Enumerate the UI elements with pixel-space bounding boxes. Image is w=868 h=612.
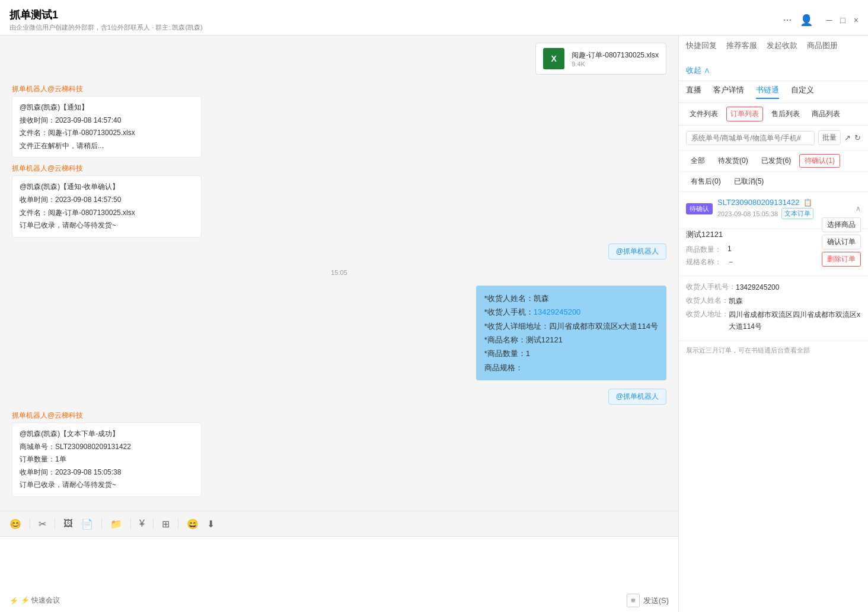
file-bubble[interactable]: X 阅趣-订单-0807130025.xlsx 9.4K: [535, 43, 666, 75]
send-button[interactable]: 发送(S): [643, 595, 669, 606]
bot-message-1: 抓单机器人@云梯科技 @凯森(凯森)【通知】 接收时间：2023-09-08 1…: [12, 84, 666, 158]
bot-sender-2: 抓单机器人@云梯科技: [12, 164, 666, 174]
tab-shu-lian-tong[interactable]: 书链通: [756, 85, 779, 99]
bot-bubble-2: @凯森(凯森)【通知-收单确认】 收单时间：2023-09-08 14:57:5…: [12, 175, 202, 237]
lightning-icon: ⚡: [9, 597, 18, 605]
image-icon[interactable]: 🖼: [63, 518, 73, 529]
phone-link[interactable]: 13429245200: [534, 307, 581, 316]
group-title: 抓单测试1: [9, 8, 203, 22]
tab-file-list[interactable]: 文件列表: [686, 107, 722, 121]
chat-area: X 阅趣-订单-0807130025.xlsx 9.4K 抓单机器人@云梯科技 …: [0, 36, 678, 612]
bot-sender-1: 抓单机器人@云梯科技: [12, 84, 666, 94]
right-panel-inner: 文件列表 订单列表 售后列表 商品列表 批量 ↗ ↻ 全部 待发货(0) 已发货…: [679, 103, 868, 612]
tab-recommend-service[interactable]: 推荐客服: [726, 40, 757, 56]
status-filter-tabs-1: 全部 待发货(0) 已发货(6) 待确认(1): [679, 150, 868, 172]
filter-cancelled[interactable]: 已取消(5): [729, 175, 769, 188]
filter-shipped[interactable]: 已发货(6): [757, 155, 796, 167]
folder-icon[interactable]: 📁: [110, 518, 122, 530]
quick-meeting-btn[interactable]: ⚡ ⚡ 快速会议: [9, 595, 60, 605]
order-status-badge: 待确认: [686, 203, 713, 214]
bot-sender-3: 抓单机器人@云梯科技: [12, 411, 666, 421]
bot-message-3: 抓单机器人@云梯科技 @凯森(凯森)【文本下单-成功】 商城单号：SLT2309…: [12, 411, 666, 497]
close-btn[interactable]: ×: [854, 15, 859, 25]
at-robot-button-2[interactable]: @抓单机器人: [608, 389, 666, 405]
order-tag[interactable]: 文本订单: [781, 208, 813, 219]
order-id-row: SLT2309080209131422 📋: [717, 198, 813, 207]
filter-pending-ship[interactable]: 待发货(0): [713, 155, 753, 167]
order-actions: 选择商品 确认订单 删除订单: [822, 217, 861, 267]
export-icon[interactable]: ↗: [844, 133, 851, 142]
toolbar-sep-6: [178, 518, 178, 529]
app-header: 抓单测试1 由企业微信用户创建的外部群，含1位外部联系人 · 群主: 凯森(凯森…: [0, 0, 868, 36]
minimize-btn[interactable]: ─: [826, 15, 832, 25]
user-bubble: *收货人姓名：凯森 *收货人手机：13429245200 *收货人详细地址：四川…: [476, 286, 666, 380]
file-icon[interactable]: 📄: [81, 518, 93, 530]
delete-order-btn[interactable]: 删除订单: [822, 252, 861, 267]
emoji-icon[interactable]: 😊: [9, 518, 21, 530]
toolbar-sep-5: [153, 518, 154, 529]
order-id[interactable]: SLT2309080209131422: [717, 198, 800, 207]
search-input[interactable]: [686, 131, 815, 145]
copy-icon[interactable]: 📋: [803, 198, 812, 207]
face2-icon[interactable]: 😄: [187, 518, 199, 530]
filter-pending-confirm[interactable]: 待确认(1): [799, 154, 840, 168]
tab-after-sale-list[interactable]: 售后列表: [768, 107, 803, 121]
tab-custom[interactable]: 自定义: [791, 85, 814, 99]
order-detail: 选择商品 确认订单 删除订单 测试12121 商品数量： 1 规格名称： －: [679, 229, 868, 275]
file-message-container: X 阅趣-订单-0807130025.xlsx 9.4K: [12, 43, 666, 75]
money-icon[interactable]: ¥: [139, 518, 145, 529]
filter-all[interactable]: 全部: [686, 155, 710, 167]
confirm-order-btn[interactable]: 确认订单: [822, 235, 861, 249]
address-detail-row: 收货人地址： 四川省成都市双流区四川省成都市双流区x大道114号: [686, 309, 861, 332]
order-date: 2023-09-08 15:05:38: [717, 210, 778, 217]
status-filter-tabs-2: 有售后(0) 已取消(5): [679, 172, 868, 192]
order-collapse-btn[interactable]: ∧: [856, 204, 861, 213]
at-robot-row-2: @抓单机器人: [12, 389, 666, 405]
grid-icon[interactable]: ⊞: [162, 518, 170, 530]
address-section: 收货人手机号： 13429245200 收货人姓名： 凯森 收货人地址： 四川省…: [679, 275, 868, 341]
tab-live[interactable]: 直播: [686, 85, 701, 99]
user-message-container: *收货人姓名：凯森 *收货人手机：13429245200 *收货人详细地址：四川…: [12, 286, 666, 380]
tab-collapse[interactable]: 收起 ∧: [686, 65, 710, 81]
select-product-btn[interactable]: 选择商品: [822, 217, 861, 232]
order-quantity-row: 商品数量： 1: [686, 245, 822, 255]
address-name-row: 收货人姓名： 凯森: [686, 296, 861, 307]
address-phone-row: 收货人手机号： 13429245200: [686, 282, 861, 293]
bot-message-2: 抓单机器人@云梯科技 @凯森(凯森)【通知-收单确认】 收单时间：2023-09…: [12, 164, 666, 237]
file-info: 阅趣-订单-0807130025.xlsx 9.4K: [572, 50, 659, 68]
at-robot-row: @抓单机器人: [12, 243, 666, 259]
maximize-btn[interactable]: □: [840, 15, 845, 25]
note-icon[interactable]: ≡: [627, 594, 640, 607]
filter-after-sale[interactable]: 有售后(0): [686, 175, 726, 188]
download-icon[interactable]: ⬇: [207, 518, 215, 530]
time-separator: 15:05: [12, 269, 666, 276]
toolbar-sep-3: [101, 518, 102, 529]
chat-toolbar: 😊 ✂ 🖼 📄 📁 ¥ ⊞ 😄 ⬇: [0, 511, 678, 537]
scissors-icon[interactable]: ✂: [39, 518, 46, 530]
group-subtitle: 由企业微信用户创建的外部群，含1位外部联系人 · 群主: 凯森(凯森): [9, 23, 203, 32]
tab-product-list[interactable]: 商品列表: [808, 107, 844, 121]
tab-product-catalog[interactable]: 商品图册: [807, 40, 838, 56]
order-list-tabs: 文件列表 订单列表 售后列表 商品列表: [679, 103, 868, 126]
chat-input-area: ⚡ ⚡ 快速会议 ≡ 发送(S): [0, 537, 678, 612]
tab-customer-detail[interactable]: 客户详情: [713, 85, 744, 99]
tab-order-list[interactable]: 订单列表: [726, 107, 763, 121]
bot-success-bubble: @凯森(凯森)【文本下单-成功】 商城单号：SLT230908020913142…: [12, 422, 202, 497]
file-name: 阅趣-订单-0807130025.xlsx: [572, 50, 659, 60]
tab-quick-reply[interactable]: 快捷回复: [686, 40, 717, 56]
user-icon[interactable]: 👤: [800, 14, 813, 27]
chat-input[interactable]: [9, 541, 669, 589]
batch-button[interactable]: 批量: [818, 130, 841, 145]
chat-messages: X 阅趣-订单-0807130025.xlsx 9.4K 抓单机器人@云梯科技 …: [0, 36, 678, 511]
refresh-icon[interactable]: ↻: [854, 133, 861, 142]
file-size: 9.4K: [572, 60, 659, 68]
right-panel: 快捷回复 推荐客服 发起收款 商品图册 收起 ∧ 直播 客户详情 书链通 自定义…: [678, 36, 868, 612]
tab-collect-payment[interactable]: 发起收款: [767, 40, 797, 56]
at-robot-button[interactable]: @抓单机器人: [608, 243, 666, 259]
quick-meeting-label: ⚡ 快速会议: [21, 595, 60, 605]
right-second-tabs: 直播 客户详情 书链通 自定义: [679, 81, 868, 103]
right-top-tabs: 快捷回复 推荐客服 发起收款 商品图册 收起 ∧: [679, 36, 868, 81]
more-icon[interactable]: ···: [783, 14, 792, 26]
bot-bubble-1: @凯森(凯森)【通知】 接收时间：2023-09-08 14:57:40 文件名…: [12, 96, 202, 158]
search-row: 批量 ↗ ↻: [679, 126, 868, 150]
